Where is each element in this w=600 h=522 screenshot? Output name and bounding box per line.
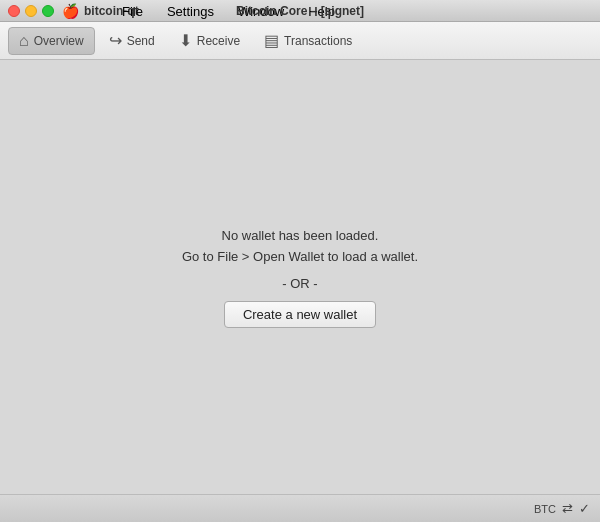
toolbar: ⌂ Overview ↪ Send ⬇ Receive ▤ Transactio… [0,22,600,60]
apple-icon: 🍎 [62,3,79,19]
create-wallet-button[interactable]: Create a new wallet [224,301,376,328]
send-button[interactable]: ↪ Send [99,27,165,54]
send-icon: ↪ [109,31,122,50]
transactions-label: Transactions [284,34,352,48]
currency-label: BTC [534,503,556,515]
wallet-message: No wallet has been loaded. Go to File > … [182,226,418,328]
or-text: - OR - [282,276,317,291]
main-window: 🍎 bitcoin-qt File Settings Window Help B… [0,0,600,522]
main-content: No wallet has been loaded. Go to File > … [0,60,600,494]
no-wallet-line1: No wallet has been loaded. [182,226,418,247]
menu-file[interactable]: File [118,4,147,19]
no-wallet-text: No wallet has been loaded. Go to File > … [182,226,418,268]
menu-settings[interactable]: Settings [163,4,218,19]
title-bar: 🍎 bitcoin-qt File Settings Window Help B… [0,0,600,22]
send-label: Send [127,34,155,48]
receive-label: Receive [197,34,240,48]
traffic-lights [8,5,54,17]
sync-icon: ✓ [579,501,590,516]
status-bar: BTC ⇄ ✓ [0,494,600,522]
receive-icon: ⬇ [179,31,192,50]
overview-button[interactable]: ⌂ Overview [8,27,95,55]
overview-label: Overview [34,34,84,48]
home-icon: ⌂ [19,32,29,50]
transactions-button[interactable]: ▤ Transactions [254,27,362,54]
no-wallet-line2: Go to File > Open Wallet to load a walle… [182,247,418,268]
close-button[interactable] [8,5,20,17]
receive-button[interactable]: ⬇ Receive [169,27,250,54]
maximize-button[interactable] [42,5,54,17]
transactions-icon: ▤ [264,31,279,50]
window-title: Bitcoin Core – [signet] [236,4,364,18]
network-icon: ⇄ [562,501,573,516]
minimize-button[interactable] [25,5,37,17]
